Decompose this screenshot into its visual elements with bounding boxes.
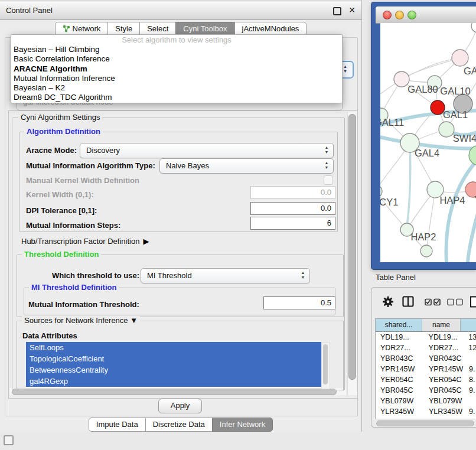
tab-infer-network[interactable]: Infer Network bbox=[212, 418, 273, 432]
node[interactable] bbox=[471, 23, 476, 32]
threshold-definition-title: Threshold Definition bbox=[22, 250, 101, 259]
data-attributes-list[interactable]: SelfLoops TopologicalCoefficient Between… bbox=[26, 342, 321, 388]
mi-steps-field[interactable]: 6 bbox=[250, 217, 335, 230]
manual-kernel-checkbox[interactable] bbox=[324, 175, 333, 185]
column-header-name[interactable]: name bbox=[422, 319, 461, 331]
list-item[interactable]: gal4RGexp bbox=[26, 376, 321, 387]
node-gal80[interactable] bbox=[394, 71, 409, 87]
mi-type-label: Mutual Information Algorithm Type: bbox=[26, 161, 155, 170]
table-row[interactable]: YDR27...YDR27...12 bbox=[376, 343, 476, 353]
node-attribute-table[interactable]: shared... name YDL19...YDL19...13 YDR27.… bbox=[375, 318, 476, 420]
gear-icon[interactable] bbox=[382, 296, 394, 308]
kernel-width-label: Kernel Width (0,1): bbox=[26, 190, 94, 199]
apply-button-label: Apply bbox=[171, 401, 190, 410]
deselect-all-checkboxes-icon[interactable] bbox=[447, 298, 464, 306]
menu-item[interactable]: Bayesian – Hill Climbing bbox=[11, 45, 342, 54]
list-scrollbar-thumb[interactable] bbox=[323, 344, 328, 384]
table-row[interactable]: YER054CYER054C8. bbox=[376, 374, 476, 385]
tab-impute-data-label: Impute Data bbox=[96, 420, 138, 429]
network-canvas[interactable]: GAL GAL80 GAL10 GAL1 GAL11 SWI4 GAL4 GCY… bbox=[380, 23, 476, 262]
which-threshold-label: Which threshold to use: bbox=[52, 271, 139, 280]
aracne-mode-combo[interactable]: Discovery ▲▼ bbox=[80, 143, 334, 158]
table-row[interactable]: YBR043CYBR043C bbox=[376, 353, 476, 364]
select-all-checkboxes-icon[interactable] bbox=[425, 298, 441, 306]
window-minimize-button[interactable] bbox=[395, 11, 404, 19]
vertical-scrollbar-thumb[interactable] bbox=[348, 114, 356, 380]
table-panel-title: Table Panel bbox=[376, 273, 416, 282]
mi-type-combo[interactable]: Naive Bayes ▲▼ bbox=[159, 158, 334, 174]
tab-discretize-data[interactable]: Discretize Data bbox=[145, 418, 213, 432]
sources-title: Sources for Network Inference bbox=[24, 316, 128, 325]
table-horizontal-scrollbar[interactable] bbox=[375, 419, 475, 426]
mi-threshold-label: Mutual Information Threshold: bbox=[28, 300, 139, 309]
menu-item[interactable]: Basic Correlation Inference bbox=[11, 54, 342, 64]
window-close-button[interactable] bbox=[383, 11, 392, 19]
dpi-tolerance-label: DPI Tolerance [0,1]: bbox=[26, 206, 97, 215]
column-layout-icon[interactable] bbox=[402, 296, 414, 307]
manual-kernel-label: Manual Kernel Width Definition bbox=[26, 176, 139, 185]
node-gal1[interactable] bbox=[439, 122, 454, 137]
float-window-icon[interactable] bbox=[333, 7, 341, 15]
column-header-shared-name[interactable]: shared... bbox=[376, 319, 422, 331]
window-zoom-button[interactable] bbox=[407, 11, 416, 19]
node-label: GAL4 bbox=[415, 148, 439, 158]
node-label: GAL10 bbox=[440, 86, 470, 96]
node-gcy1[interactable] bbox=[380, 185, 382, 198]
table-row[interactable]: YPR145WYPR145W9. bbox=[376, 364, 476, 374]
close-icon[interactable]: ✕ bbox=[348, 5, 356, 15]
list-item[interactable]: BetweennessCentrality bbox=[26, 364, 321, 376]
table-row[interactable]: YBR045CYBR045C9. bbox=[376, 385, 476, 396]
expand-right-icon: ▶ bbox=[143, 237, 149, 246]
table-horizontal-scrollbar-thumb[interactable] bbox=[376, 420, 474, 426]
algorithm-definition-title: Algorithm Definition bbox=[24, 127, 103, 136]
algorithm-dropdown-popup: Select algorithm to view settings Bayesi… bbox=[11, 34, 343, 103]
menu-item[interactable]: Dream8 DC_TDC Algorithm bbox=[11, 93, 342, 102]
menu-item[interactable]: Mutual Information Inference bbox=[11, 74, 342, 83]
hub-definition-toggle[interactable]: Hub/Transcription Factor Definition▶ bbox=[21, 237, 149, 246]
network-icon bbox=[63, 25, 70, 32]
control-panel-window: Control Panel ✕ Network Style Select Cyn… bbox=[0, 0, 362, 432]
table-row[interactable]: YLR345WYLR345W9. bbox=[376, 406, 476, 417]
expand-down-icon: ▼ bbox=[130, 316, 138, 325]
document-icon[interactable] bbox=[470, 296, 476, 308]
network-view-window[interactable]: GAL GAL80 GAL10 GAL1 GAL11 SWI4 GAL4 GCY… bbox=[371, 2, 476, 270]
sources-toggle[interactable]: Sources for Network Inference ▼ bbox=[22, 316, 140, 325]
list-item[interactable]: TopologicalCoefficient bbox=[26, 353, 321, 364]
table-row[interactable]: YDL19...YDL19...13 bbox=[376, 332, 476, 343]
node-label: GAL bbox=[464, 66, 476, 76]
node[interactable] bbox=[420, 245, 432, 257]
apply-button[interactable]: Apply bbox=[158, 399, 202, 413]
list-scrollbar[interactable] bbox=[321, 342, 330, 389]
tab-discretize-data-label: Discretize Data bbox=[153, 420, 205, 429]
node-label: GCY1 bbox=[380, 197, 398, 207]
tab-network-label: Network bbox=[73, 24, 101, 33]
mi-threshold-field[interactable]: 0.5 bbox=[263, 296, 335, 309]
dpi-tolerance-value: 0.0 bbox=[321, 204, 331, 213]
bottom-tabbar: Impute Data Discretize Data Infer Networ… bbox=[0, 418, 361, 432]
list-item[interactable]: SelfLoops bbox=[26, 342, 321, 353]
tab-style-label: Style bbox=[115, 24, 132, 33]
tab-infer-network-label: Infer Network bbox=[220, 420, 265, 429]
table-header-row: shared... name bbox=[376, 319, 476, 332]
tab-cyni-toolbox-label: Cyni Toolbox bbox=[183, 24, 227, 33]
node-label: GAL11 bbox=[380, 117, 404, 128]
mi-steps-value: 6 bbox=[327, 219, 331, 227]
column-header-partial[interactable] bbox=[461, 319, 476, 331]
which-threshold-combo[interactable]: MI Threshold ▲▼ bbox=[141, 268, 310, 283]
kernel-width-value: 0.0 bbox=[321, 188, 331, 197]
dpi-tolerance-field[interactable]: 0.0 bbox=[250, 202, 335, 215]
network-window-titlebar[interactable] bbox=[376, 6, 476, 24]
node-label: GAL80 bbox=[407, 84, 438, 94]
restore-panel-icon[interactable] bbox=[4, 435, 14, 445]
table-row[interactable]: YBL079WYBL079W bbox=[376, 396, 476, 406]
menu-item[interactable]: Bayesian – K2 bbox=[11, 83, 342, 93]
node[interactable] bbox=[452, 50, 468, 66]
control-panel-title: Control Panel bbox=[6, 6, 53, 15]
node-label: HAP2 bbox=[410, 231, 436, 242]
kernel-width-field[interactable]: 0.0 bbox=[250, 186, 335, 199]
tab-impute-data[interactable]: Impute Data bbox=[89, 418, 146, 432]
mi-threshold-definition-title: MI Threshold Definition bbox=[29, 283, 119, 292]
table-body[interactable]: YDL19...YDL19...13 YDR27...YDR27...12 YB… bbox=[376, 332, 476, 419]
menu-item-aracne[interactable]: ARACNE Algorithm bbox=[11, 64, 342, 74]
algorithm-popup-prompt: Select algorithm to view settings bbox=[11, 35, 342, 45]
